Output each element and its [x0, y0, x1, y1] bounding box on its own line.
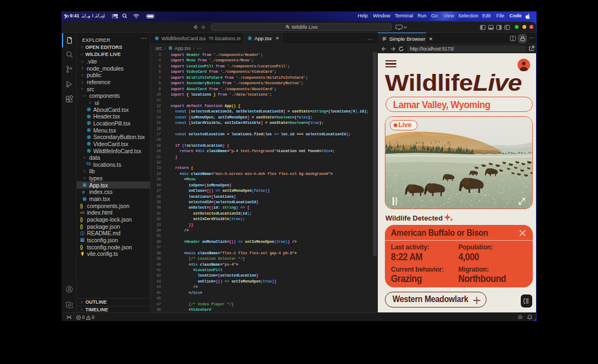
svg-text:9:41: 9:41	[70, 13, 79, 18]
svg-text:TS: TS	[81, 239, 84, 242]
